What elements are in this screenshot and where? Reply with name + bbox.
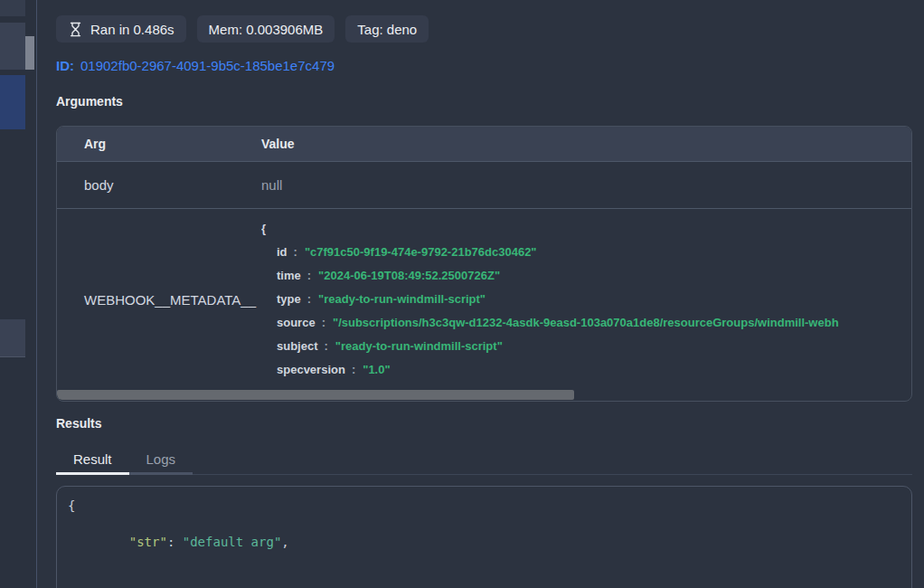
- tab-result[interactable]: Result: [56, 448, 129, 475]
- horizontal-scrollbar[interactable]: [57, 390, 911, 401]
- arg-name: body: [57, 177, 261, 193]
- json-key: type: [277, 292, 301, 306]
- tag-badge: Tag: deno: [345, 15, 429, 43]
- code-string: "default arg": [183, 535, 282, 549]
- result-json-viewer: { "str": "default arg", "union": "Hello …: [56, 486, 912, 588]
- column-header-value: Value: [261, 127, 911, 161]
- table-row: body null: [57, 162, 911, 209]
- json-string-value: "/subscriptions/h3c3qw-d1232-4asdk-9easd…: [333, 316, 839, 329]
- json-colon: :: [307, 269, 311, 282]
- tag-badge-label: Tag: deno: [357, 22, 417, 37]
- json-key: time: [277, 269, 301, 282]
- arguments-table-header: Arg Value: [57, 127, 911, 162]
- hourglass-icon: [68, 22, 83, 37]
- results-heading: Results: [56, 416, 102, 431]
- arg-value: null: [261, 177, 911, 193]
- left-sidebar: [0, 0, 37, 588]
- json-string-value: "c7f91c50-9f19-474e-9792-21b76dc30462": [305, 245, 537, 259]
- json-key: source: [277, 316, 316, 329]
- memory-badge: Mem: 0.003906MB: [197, 15, 335, 43]
- json-entry: type:"ready-to-run-windmill-script": [261, 288, 911, 311]
- json-entry: time:"2024-06-19T08:49:52.2500726Z": [261, 264, 911, 288]
- code-comma: ,: [281, 535, 288, 549]
- json-string-value: "ready-to-run-windmill-script": [318, 292, 486, 306]
- sidebar-block-top: [0, 0, 25, 16]
- json-entry: id:"c7f91c50-9f19-474e-9792-21b76dc30462…: [261, 241, 911, 264]
- memory-badge-label: Mem: 0.003906MB: [209, 22, 324, 37]
- table-row: WEBHOOK__METADATA__ { id:"c7f91c50-9f19-…: [57, 209, 911, 390]
- json-colon: :: [307, 292, 311, 306]
- vertical-scrollbar-thumb[interactable]: [25, 36, 34, 70]
- code-separator: :: [167, 535, 183, 549]
- json-entry: specversion:"1.0": [261, 358, 911, 382]
- json-key: id: [277, 245, 288, 259]
- json-key: subject: [277, 339, 318, 353]
- sidebar-block-selected[interactable]: [0, 75, 25, 129]
- code-line: "str": "default arg",: [68, 515, 900, 569]
- code-line: "union": "Hello World": [68, 569, 900, 588]
- sidebar-block-lower: [0, 319, 25, 357]
- json-string-value: "2024-06-19T08:49:52.2500726Z": [318, 269, 500, 282]
- json-entry: subject:"ready-to-run-windmill-script": [261, 335, 911, 358]
- arguments-heading: Arguments: [56, 94, 123, 109]
- arg-name: WEBHOOK__METADATA__: [57, 209, 261, 390]
- arg-value-json: { id:"c7f91c50-9f19-474e-9792-21b76dc304…: [261, 209, 911, 390]
- arguments-table: Arg Value body null WEBHOOK__METADATA__ …: [56, 126, 912, 402]
- json-open-brace: {: [261, 217, 911, 241]
- json-string-value: "1.0": [363, 363, 390, 376]
- run-id-label: ID:: [56, 58, 74, 73]
- json-colon: :: [294, 245, 297, 259]
- code-key: "str": [129, 535, 167, 549]
- column-header-arg: Arg: [57, 127, 261, 161]
- code-open-brace: {: [68, 497, 900, 515]
- tab-logs[interactable]: Logs: [129, 448, 193, 475]
- json-colon: :: [325, 339, 328, 353]
- run-id-value: 01902fb0-2967-4091-9b5c-185be1e7c479: [80, 58, 335, 73]
- horizontal-scrollbar-thumb[interactable]: [57, 390, 574, 400]
- run-id-line: ID:01902fb0-2967-4091-9b5c-185be1e7c479: [56, 58, 335, 73]
- json-entry: source:"/subscriptions/h3c3qw-d1232-4asd…: [261, 311, 911, 335]
- sidebar-block-upper: [0, 23, 25, 70]
- duration-badge-label: Ran in 0.486s: [90, 22, 174, 37]
- json-colon: :: [352, 363, 355, 376]
- run-stats-row: Ran in 0.486s Mem: 0.003906MB Tag: deno: [56, 15, 429, 43]
- json-key: specversion: [277, 363, 345, 376]
- duration-badge: Ran in 0.486s: [56, 15, 186, 43]
- json-colon: :: [322, 316, 325, 329]
- json-string-value: "ready-to-run-windmill-script": [335, 339, 503, 353]
- results-tab-bar: Result Logs: [56, 448, 912, 475]
